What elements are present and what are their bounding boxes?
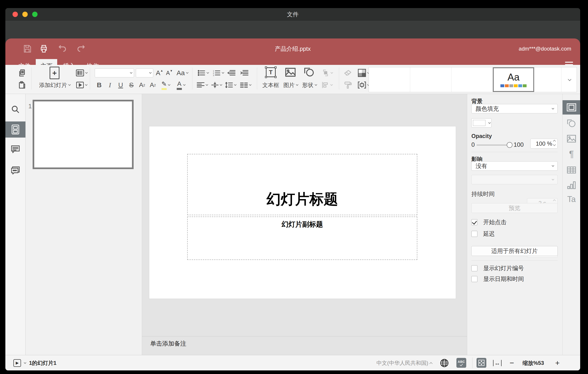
- change-case-button[interactable]: Aa: [174, 67, 190, 79]
- zoom-out-button[interactable]: −: [510, 355, 514, 370]
- insert-textbox-button[interactable]: T: [261, 66, 280, 78]
- add-slide-label-button[interactable]: 添加幻灯片: [32, 79, 77, 91]
- theme-option-3[interactable]: [452, 67, 493, 92]
- decrease-indent-button[interactable]: [226, 67, 237, 79]
- effect-type-select[interactable]: [471, 175, 558, 184]
- background-color-swatch[interactable]: [471, 118, 492, 128]
- fit-width-button[interactable]: ↔: [493, 355, 502, 370]
- globe-icon: [440, 359, 449, 367]
- bold-button[interactable]: B: [94, 79, 104, 91]
- copy-style-button[interactable]: [342, 79, 354, 91]
- image-settings-tab[interactable]: [563, 132, 580, 146]
- theme-option-selected[interactable]: Aa: [493, 67, 534, 92]
- columns-icon: [240, 82, 248, 88]
- spin-carets-icon[interactable]: [553, 140, 555, 146]
- language-selector[interactable]: 中文(中华人民共和国): [377, 355, 433, 370]
- font-color-button[interactable]: A: [173, 79, 188, 91]
- textart-settings-tab[interactable]: Ta: [563, 192, 580, 207]
- slide-info-label: 1的幻灯片1: [29, 355, 56, 370]
- table-settings-tab[interactable]: [563, 163, 580, 177]
- clear-style-button[interactable]: [342, 67, 354, 79]
- image-settings-icon: [567, 135, 576, 143]
- title-placeholder[interactable]: 幻灯片标题: [187, 154, 417, 215]
- show-date-time-checkbox[interactable]: [471, 276, 477, 282]
- show-slide-number-checkbox[interactable]: [471, 265, 477, 271]
- textbox-icon: T: [266, 67, 276, 77]
- italic-button[interactable]: I: [105, 79, 115, 91]
- increase-indent-button[interactable]: [239, 67, 250, 79]
- notes-divider[interactable]: [142, 336, 467, 336]
- font-size-select[interactable]: [136, 68, 153, 77]
- horizontal-align-button[interactable]: [195, 79, 209, 91]
- decrease-font-button[interactable]: A▼: [164, 67, 174, 79]
- start-slideshow-status-button[interactable]: ▶: [13, 355, 25, 370]
- delay-row: 延迟: [471, 230, 495, 238]
- background-fill-select[interactable]: 颜色填充: [471, 104, 558, 113]
- theme-option-1[interactable]: [369, 67, 410, 92]
- slides-panel-button[interactable]: [5, 121, 25, 138]
- slides-icon: [12, 125, 19, 134]
- vertical-align-button[interactable]: [210, 79, 223, 91]
- theme-option-2[interactable]: [410, 67, 452, 92]
- paste-button[interactable]: [15, 79, 29, 91]
- subscript-button[interactable]: A2: [148, 79, 158, 91]
- subtitle-placeholder[interactable]: 幻灯片副标题: [187, 217, 417, 260]
- start-on-click-row: 开始点击: [471, 218, 506, 226]
- superscript-button[interactable]: A2: [137, 79, 147, 91]
- spellcheck-toggle[interactable]: ABC: [456, 358, 466, 368]
- copy-button[interactable]: [15, 67, 29, 79]
- zoom-in-button[interactable]: +: [555, 355, 560, 370]
- search-button[interactable]: [5, 101, 25, 117]
- app-window: 文件 ✕ 产品介绍.pptx adm***@dootask.com 文件 主页 …: [5, 8, 580, 370]
- status-bar: ▶ 1的幻灯片1 中文(中华人民共和国) ABC ↔ − 缩放%53 +: [5, 355, 580, 370]
- fit-slide-icon: [478, 360, 485, 366]
- opacity-spinbox[interactable]: 100 %: [530, 139, 558, 149]
- opacity-slider-track[interactable]: [476, 144, 508, 146]
- add-slide-button[interactable]: +: [41, 67, 68, 79]
- strikethrough-button[interactable]: S: [126, 79, 136, 91]
- paragraph-settings-tab[interactable]: ¶: [563, 147, 580, 161]
- caret-up-icon: [429, 362, 432, 365]
- show-date-time-row: 显示日期和时间: [471, 275, 524, 283]
- slide-settings-tab[interactable]: [563, 100, 580, 115]
- preview-button[interactable]: 预览: [471, 203, 558, 213]
- titlebar: 文件: [5, 8, 580, 21]
- insert-image-button[interactable]: [282, 66, 299, 78]
- arrange-shape-button[interactable]: [319, 67, 335, 79]
- align-shape-button[interactable]: [319, 79, 335, 91]
- insert-textbox-label[interactable]: 文本框: [261, 79, 280, 91]
- chat-button[interactable]: [5, 162, 25, 178]
- insert-shape-label[interactable]: 形状: [301, 79, 318, 91]
- highlight-color-button[interactable]: ✎: [159, 79, 172, 91]
- comments-button[interactable]: [5, 141, 25, 157]
- insert-image-label[interactable]: 图片: [282, 79, 299, 91]
- set-language-button[interactable]: [440, 355, 449, 370]
- notes-placeholder[interactable]: 单击添加备注: [150, 340, 186, 348]
- theme-option-5[interactable]: [534, 67, 561, 92]
- columns-button[interactable]: [238, 79, 252, 91]
- shape-icon: [304, 68, 314, 77]
- fit-slide-button[interactable]: [476, 358, 486, 368]
- insert-shape-button[interactable]: [301, 66, 318, 78]
- start-slideshow-button[interactable]: [72, 79, 90, 91]
- font-name-select[interactable]: [95, 68, 134, 77]
- opacity-slider-knob[interactable]: [507, 142, 513, 148]
- theme-gallery-expand-button[interactable]: [561, 67, 577, 92]
- slide-settings-panel: 背景 颜色填充 Opacity 0 100 100 % 影响 没有: [467, 94, 562, 355]
- slide-thumbnail-selected[interactable]: [33, 100, 134, 169]
- apply-to-all-slides-button[interactable]: 适用于所有幻灯片: [471, 246, 558, 256]
- chart-settings-tab[interactable]: [563, 178, 580, 192]
- start-on-click-checkbox[interactable]: [471, 219, 477, 225]
- line-spacing-button[interactable]: [223, 79, 237, 91]
- slide-canvas[interactable]: 幻灯片标题 幻灯片副标题: [149, 126, 456, 299]
- slide-layout-button[interactable]: [72, 67, 90, 79]
- comment-icon: [11, 145, 20, 154]
- shape-settings-tab[interactable]: [563, 116, 580, 131]
- bullet-list-button[interactable]: [196, 67, 210, 79]
- bullet-list-icon: [198, 70, 205, 76]
- effect-select[interactable]: 没有: [471, 161, 558, 171]
- numbered-list-button[interactable]: 123: [211, 67, 225, 79]
- underline-button[interactable]: U: [116, 79, 126, 91]
- delay-checkbox[interactable]: [471, 231, 477, 237]
- increase-font-button[interactable]: A▲: [155, 67, 164, 79]
